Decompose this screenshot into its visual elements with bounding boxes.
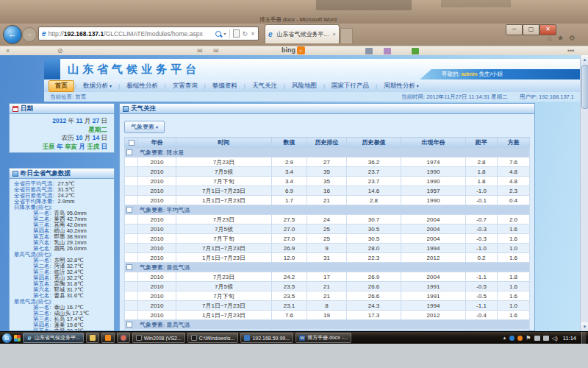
more-options[interactable]: •••	[567, 47, 574, 55]
hidden-icons-arrow[interactable]: ▲	[502, 336, 506, 340]
element-filter-button[interactable]: 气象要素 ▾	[124, 121, 165, 133]
mail-icon[interactable]: ✉	[197, 47, 203, 55]
scrollbar-thumb[interactable]	[581, 65, 588, 109]
cell: 2010	[138, 291, 176, 301]
nav-item-0[interactable]: 首页	[49, 80, 74, 92]
group-checkbox-cell	[125, 263, 138, 272]
maximize-button[interactable]: ▢	[523, 24, 539, 35]
tab-title[interactable]: 山东省气候业务平...	[277, 30, 331, 38]
screen: 博方手册.docx - Microsoft Word ← → e http://…	[0, 0, 588, 368]
cell: -0.5	[466, 291, 498, 301]
cell: 7月下旬	[176, 177, 272, 186]
flag-action-center-icon[interactable]: ⚑	[526, 335, 531, 342]
cell: 2004	[401, 224, 466, 234]
scroll-down-icon[interactable]: ▼	[581, 322, 588, 331]
taskbar-button-app-orange[interactable]	[101, 333, 115, 343]
search-dropdown-caret[interactable]: ▾	[224, 31, 226, 36]
volume-icon[interactable]: ◁)	[552, 335, 558, 342]
nav-item-6[interactable]: 风险地图	[286, 80, 323, 92]
scroll-up-icon[interactable]: ▲	[581, 55, 588, 64]
browser-tab[interactable]: e 山东省气候业务平... ×	[265, 24, 340, 43]
cell: 1957	[401, 186, 466, 196]
taskbar-button-rdp[interactable]: 192.168.59.99...	[240, 333, 293, 343]
nav-item-7[interactable]: 国家下行产品	[326, 80, 375, 92]
calendar-text: 星期二	[89, 126, 108, 133]
start-button[interactable]: ⊞	[2, 333, 12, 343]
app-tray-icon[interactable]	[517, 336, 523, 341]
refresh-button[interactable]: ↻	[243, 30, 248, 38]
row-checkbox-cell	[125, 167, 138, 177]
taskbar-button-label: 博方手册.docx -...	[307, 334, 348, 342]
group-name: 气象要素: 最低气温	[138, 263, 530, 272]
divider	[229, 29, 230, 38]
favorites-star-icon[interactable]: ★	[557, 34, 564, 42]
cell: -0.3	[466, 224, 498, 234]
taskbar-button-media[interactable]	[117, 333, 130, 343]
address-bar[interactable]: e http://192.168.137.1/GLCCLIMATE/module…	[38, 26, 259, 40]
display-icon[interactable]	[543, 336, 549, 341]
taskbar-button-terminal[interactable]: C:\Windows\s...	[187, 333, 239, 343]
nav-item-2[interactable]: 极端性分析	[121, 80, 164, 92]
cell: 2.9	[272, 158, 307, 167]
group-checkbox[interactable]	[126, 322, 132, 328]
cell: 27	[307, 158, 347, 167]
cell: 1.6	[498, 311, 530, 320]
column-header: 数值	[272, 138, 307, 148]
column-header: 历史排位	[307, 138, 347, 148]
nav-item-8[interactable]: 周期性分析▾	[378, 80, 425, 92]
cell: 25	[307, 234, 347, 244]
network-icon[interactable]	[534, 336, 540, 341]
cell: 1990	[401, 196, 466, 205]
cell: -0.5	[466, 282, 498, 291]
clock[interactable]: 11:14	[563, 335, 576, 342]
group-checkbox[interactable]	[126, 149, 132, 155]
tools-gear-icon[interactable]: ⚙	[569, 34, 576, 42]
search-icon[interactable]	[215, 31, 221, 37]
select-all-checkbox[interactable]	[129, 140, 135, 146]
toolbar-stop-icon[interactable]: ⊘	[57, 47, 63, 55]
minimize-button[interactable]: ─	[506, 24, 523, 35]
browser-back-button[interactable]: ←	[3, 25, 22, 44]
browser-forward-button[interactable]: →	[22, 27, 37, 42]
taskbar-button-word[interactable]: W博方手册.docx -...	[295, 333, 351, 343]
show-desktop-button[interactable]	[581, 332, 586, 344]
yesterday-data-panel: 昨日全省气象数据 全省日平均气温:27.5℃全省日最高气温:31.5℃全省日最低…	[9, 168, 115, 331]
nav-item-5[interactable]: 天气关注	[246, 80, 283, 92]
cell: -1.1	[466, 301, 498, 311]
table-row: 20107月下旬3.43523.719901.84.8	[125, 177, 530, 186]
table-row: 20107月5候3.43523.719901.84.8	[125, 167, 530, 177]
new-tab-button[interactable]	[340, 28, 353, 43]
stop-button[interactable]: ✕	[251, 31, 255, 37]
cell: 30.5	[347, 234, 401, 244]
mail-icon[interactable]: ✉	[213, 47, 219, 55]
cell: 2010	[138, 186, 176, 196]
messenger-tray-icon[interactable]	[509, 336, 514, 341]
calendar-text: 辛亥	[65, 143, 77, 150]
table-row: 20107月下旬27.02530.52004-0.31.6	[125, 234, 530, 244]
nav-item-1[interactable]: 数据分析▾	[77, 80, 118, 92]
cell: 21	[307, 196, 347, 205]
nav-separator: |	[118, 82, 120, 89]
group-checkbox[interactable]	[126, 264, 132, 270]
toolbar-close-icon[interactable]: ×	[6, 47, 10, 55]
taskbar-button-ie[interactable]: e山东省气候业务平...	[23, 333, 84, 343]
nav-item-3[interactable]: 灾害查询	[167, 80, 204, 92]
bing-search[interactable]: bing ⌕	[282, 46, 305, 54]
cell: 27.5	[272, 215, 307, 224]
tab-close-icon[interactable]: ×	[332, 31, 336, 38]
group-header-row: 气象要素: 最低气温	[125, 263, 530, 272]
bing-search-icon[interactable]: ⌕	[297, 46, 305, 54]
url-text[interactable]: http://192.168.137.1/GLCCLIMATE/modules/…	[49, 30, 215, 38]
nav-item-4[interactable]: 整编资料	[207, 80, 243, 92]
compatibility-view-icon[interactable]	[233, 29, 240, 38]
cell: 12.0	[272, 253, 307, 263]
vertical-scrollbar[interactable]: ▲ ▼	[580, 55, 588, 331]
cell: 2010	[138, 253, 176, 263]
terminal-icon	[191, 335, 197, 341]
home-icon[interactable]: ⌂	[548, 34, 552, 42]
taskbar-button-folder[interactable]	[86, 333, 99, 343]
cell: 14.6	[347, 186, 401, 196]
taskbar-button-terminal[interactable]: Win2008 (VS2...	[132, 333, 185, 343]
quick-launch-icon[interactable]	[14, 335, 21, 342]
group-checkbox[interactable]	[126, 207, 132, 213]
